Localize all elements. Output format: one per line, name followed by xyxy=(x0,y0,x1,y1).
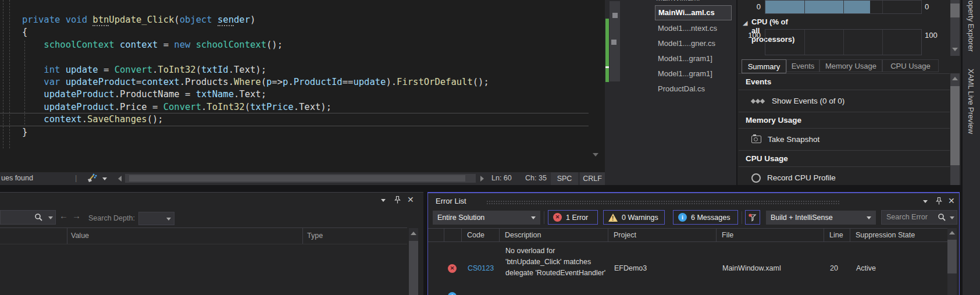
scope-filter-dropdown[interactable]: Entire Solution xyxy=(433,211,540,225)
memory-axis-label-right: 0 xyxy=(925,2,946,11)
code-line[interactable]: int update = Convert.ToInt32(txtId.Text)… xyxy=(22,64,489,76)
action-record-cpu-profile[interactable]: Record CPU Profile xyxy=(739,166,950,185)
divider xyxy=(0,228,407,228)
column-header-description[interactable]: Description xyxy=(500,229,608,241)
scroll-up-icon[interactable] xyxy=(952,77,958,80)
window-position-icon[interactable] xyxy=(381,199,386,202)
error-description: No overload for 'btnUpdate_Click' matche… xyxy=(505,246,610,279)
column-header-type[interactable]: Type xyxy=(307,232,323,240)
errors-filter-button[interactable]: 1 Error xyxy=(548,210,598,225)
forward-arrow-icon[interactable]: → xyxy=(72,211,81,221)
scroll-right-icon[interactable] xyxy=(480,176,484,182)
tab-property-explorer[interactable]: Property Explorer xyxy=(967,0,975,52)
code-line[interactable]: { xyxy=(22,26,489,38)
horizontal-scrollbar[interactable] xyxy=(125,174,476,183)
section-header: Events xyxy=(739,73,950,90)
line-ending-indicator[interactable]: CRLF xyxy=(580,172,605,185)
code-cleanup-broom-icon[interactable] xyxy=(86,173,98,183)
column-indicator[interactable]: Ch: 35 xyxy=(525,174,547,182)
scroll-up-icon[interactable] xyxy=(411,232,416,235)
source-filter-dropdown[interactable]: Build + IntelliSense xyxy=(766,211,876,225)
charts-scrollbar[interactable] xyxy=(950,0,960,56)
file-item-clipped[interactable]: MainWi...aml xyxy=(656,0,730,3)
close-icon[interactable]: ✕ xyxy=(948,196,955,205)
gridline xyxy=(804,1,805,13)
column-header-severity[interactable] xyxy=(444,229,462,241)
charts-scrollbar-thumb[interactable] xyxy=(950,3,960,17)
scroll-left-icon[interactable] xyxy=(118,176,122,182)
watch-search-input[interactable] xyxy=(0,210,56,225)
error-search-input[interactable]: Search Error xyxy=(881,210,957,225)
space-mode-indicator[interactable]: SPC xyxy=(551,172,578,185)
code-cleanup-dropdown-icon[interactable] xyxy=(102,177,107,180)
column-header-value[interactable]: Value xyxy=(71,232,89,240)
visual-studio-window: private void btnUpdate_Click(object send… xyxy=(0,0,980,295)
close-icon[interactable]: ✕ xyxy=(407,195,414,204)
cpu-axis-label-left: 100 xyxy=(740,31,761,40)
error-code-link[interactable]: CS0123 xyxy=(468,264,494,272)
code-line[interactable]: updateProduct.Price = Convert.ToInt32(tx… xyxy=(22,101,489,113)
summary-scrollbar[interactable] xyxy=(950,73,960,185)
column-header-file[interactable]: File xyxy=(717,229,824,241)
watch-scrollbar[interactable] xyxy=(409,228,418,295)
warning-icon xyxy=(608,214,618,222)
summary-scrollbar-thumb[interactable] xyxy=(950,86,960,165)
action-show-events-0-of-0-[interactable]: Show Events (0 of 0) xyxy=(739,90,950,112)
code-line[interactable]: private void btnUpdate_Click(object send… xyxy=(22,14,489,26)
record-icon xyxy=(751,173,761,183)
message-icon-partial xyxy=(448,292,457,295)
file-item[interactable]: Model1...gram1] xyxy=(655,66,732,81)
file-item[interactable]: MainWi...aml.cs xyxy=(655,5,732,20)
file-item[interactable]: Model1....gner.cs xyxy=(655,36,732,51)
code-line[interactable]: } xyxy=(22,126,489,138)
gridline xyxy=(843,1,844,13)
scroll-down-icon[interactable] xyxy=(952,48,958,51)
column-header-project[interactable]: Project xyxy=(608,229,717,241)
cpu-usage-chart xyxy=(765,29,922,55)
process-memory-chart xyxy=(765,0,922,14)
warnings-filter-button[interactable]: 0 Warnings xyxy=(603,210,665,225)
column-header-line[interactable]: Line xyxy=(824,229,850,241)
column-header-code[interactable]: Code xyxy=(462,229,500,241)
code-line[interactable] xyxy=(22,51,489,63)
column-divider[interactable] xyxy=(67,228,67,244)
change-tracking-bar xyxy=(605,19,609,66)
pin-icon[interactable] xyxy=(394,196,401,204)
search-options-dropdown-icon[interactable] xyxy=(48,216,53,219)
code-line[interactable]: updateProduct.ProductName = txtName.Text… xyxy=(22,88,489,101)
file-item[interactable]: Model1...gram1] xyxy=(655,51,732,66)
column-divider[interactable] xyxy=(302,228,303,244)
tab-cpu-usage[interactable]: CPU Usage xyxy=(882,59,939,72)
pin-icon[interactable] xyxy=(935,197,943,205)
horizontal-scrollbar-thumb[interactable] xyxy=(129,175,465,182)
error-list-scrollbar-thumb[interactable] xyxy=(947,240,957,273)
error-file: MainWindow.xaml xyxy=(722,264,781,272)
collapse-triangle-icon[interactable]: ◢ xyxy=(743,19,747,27)
gridline xyxy=(843,30,844,55)
tab-events[interactable]: Events xyxy=(786,59,819,72)
action-take-snapshot[interactable]: Take Snapshot xyxy=(739,128,950,150)
tab-xaml-live-preview[interactable]: XAML Live Preview xyxy=(967,69,975,134)
column-header-blank[interactable] xyxy=(428,229,444,241)
error-list-scrollbar[interactable] xyxy=(947,228,957,295)
back-arrow-icon[interactable]: ← xyxy=(59,211,68,221)
filter-button[interactable] xyxy=(745,210,760,225)
search-depth-combobox[interactable] xyxy=(138,212,174,225)
error-list-panel: Error List ✕ Entire Solution 1 Error 0 W… xyxy=(427,192,960,295)
editor-scroll-down-icon[interactable] xyxy=(593,153,598,157)
error-row[interactable]: CS0123 No overload for 'btnUpdate_Click'… xyxy=(428,242,947,293)
messages-filter-button[interactable]: 6 Messages xyxy=(673,210,738,225)
line-indicator[interactable]: Ln: 60 xyxy=(491,174,512,182)
tab-memory-usage[interactable]: Memory Usage xyxy=(819,59,882,72)
tab-summary[interactable]: Summary xyxy=(742,59,786,73)
scroll-up-icon[interactable] xyxy=(949,231,955,234)
file-item[interactable]: ProductDal.cs xyxy=(655,81,732,97)
window-position-icon[interactable] xyxy=(923,200,928,203)
watch-scrollbar-thumb[interactable] xyxy=(409,241,418,295)
file-item[interactable]: Model1....ntext.cs xyxy=(655,21,732,36)
column-header-suppression-state[interactable]: Suppression State xyxy=(850,229,947,241)
code-editor[interactable]: private void btnUpdate_Click(object send… xyxy=(0,0,605,172)
code-line[interactable]: schoolContext context = new schoolContex… xyxy=(22,39,489,51)
code-line[interactable]: var updateProduct=context.Products.Where… xyxy=(22,76,489,88)
drag-handle-texture[interactable] xyxy=(486,200,840,204)
